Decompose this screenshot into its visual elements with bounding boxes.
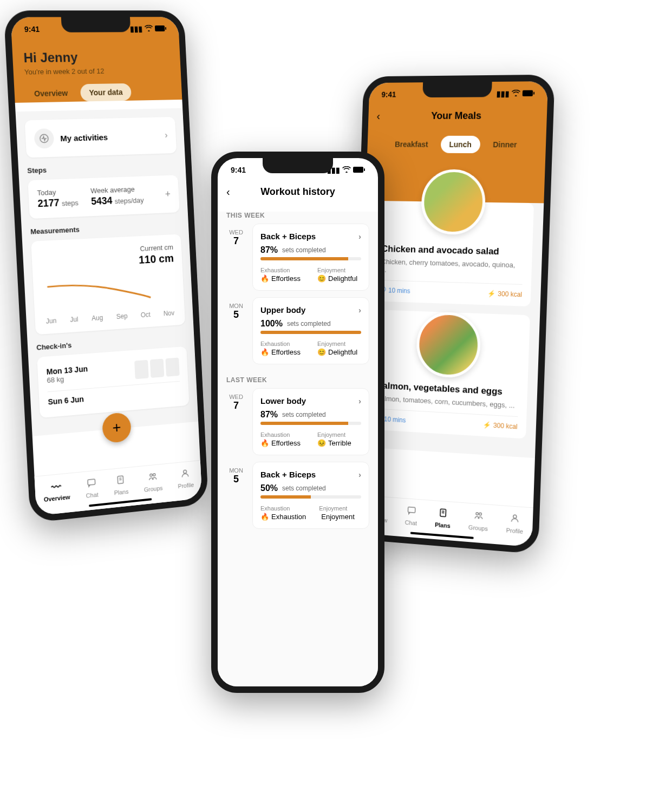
day-number: 7 [226, 400, 246, 411]
enjoyment-value: Terrible [328, 439, 351, 447]
greeting-text: Hi Jenny [23, 49, 170, 66]
plans-icon [116, 474, 126, 488]
chevron-right-icon: › [165, 130, 168, 140]
month-label: Sep [116, 312, 127, 320]
meal-time: 10 mins [388, 286, 410, 294]
checkin-thumb [134, 360, 149, 379]
workout-row: MON 5 Back + Biceps › 50% sets completed… [218, 462, 378, 535]
flame-icon: 🔥 [260, 274, 269, 283]
svg-rect-9 [364, 168, 365, 171]
exhaustion-label: Exhaustion [260, 267, 304, 273]
day-column: MON 5 [226, 297, 246, 364]
progress-bar [260, 257, 361, 260]
nav-label: Profile [506, 527, 523, 535]
bottom-nav: 〰 Overview Chat Plans Groups Profile [35, 460, 203, 516]
back-button[interactable]: ‹ [376, 110, 380, 122]
my-activities-label: My activities [60, 132, 108, 142]
nav-label: Chat [405, 519, 417, 526]
groups-icon [148, 471, 158, 484]
progress-bar [260, 331, 361, 334]
workout-title: Lower body [260, 396, 306, 405]
steps-avg-value: 5434 [91, 195, 113, 207]
nav-chat[interactable]: Chat [405, 505, 418, 526]
meal-time: 10 mins [384, 415, 406, 424]
chevron-right-icon: › [358, 305, 361, 315]
emoji-icon: 😊 [317, 274, 326, 283]
status-icons: ▮▮▮ [130, 24, 167, 33]
tab-lunch[interactable]: Lunch [440, 136, 480, 153]
meal-image [416, 311, 481, 379]
workout-title: Back + Biceps [260, 232, 316, 241]
nav-overview[interactable]: 〰 Overview [43, 480, 70, 502]
enjoyment-value: Delightful [328, 274, 357, 283]
workout-card[interactable]: Upper body › 100% sets completed Exhaust… [252, 297, 369, 364]
plans-icon [438, 507, 448, 520]
add-steps-button[interactable]: + [165, 188, 171, 200]
progress-bar [260, 422, 361, 425]
svg-point-5 [150, 474, 153, 476]
status-time: 9:41 [381, 90, 396, 99]
enjoyment-label: Enjoyment [317, 267, 361, 273]
my-activities-card[interactable]: My activities › [25, 117, 177, 158]
month-label: Jul [70, 316, 79, 324]
bolt-icon: ⚡ [483, 421, 491, 429]
back-button[interactable]: ‹ [226, 186, 230, 198]
nav-profile[interactable]: Profile [177, 468, 194, 489]
steps-avg-label: Week average [90, 185, 143, 195]
nav-plans[interactable]: Plans [113, 474, 129, 495]
exhaustion-label: Exhaustion [260, 340, 304, 347]
nav-groups[interactable]: Groups [468, 509, 488, 532]
tab-dinner[interactable]: Dinner [484, 136, 526, 154]
svg-point-7 [184, 470, 187, 473]
meal-card[interactable]: Chicken and avocado salad Chicken, cherr… [371, 201, 534, 306]
flame-icon: 🔥 [260, 513, 269, 521]
svg-point-17 [479, 513, 481, 515]
tab-breakfast[interactable]: Breakfast [386, 136, 436, 153]
day-of-week: MON [226, 303, 246, 309]
nav-profile[interactable]: Profile [506, 513, 524, 535]
phone-notch [422, 82, 492, 97]
steps-card: Today 2177 steps Week average 5434 steps… [28, 175, 179, 219]
status-icons: ▮▮▮ [327, 166, 365, 174]
svg-point-6 [153, 473, 155, 476]
workout-card[interactable]: Lower body › 87% sets completed Exhausti… [252, 388, 369, 455]
completion-label: sets completed [282, 411, 326, 418]
workout-group-label: THIS WEEK [226, 212, 369, 219]
flame-icon: 🔥 [260, 348, 269, 356]
tab-your-data[interactable]: Your data [80, 83, 132, 102]
svg-rect-1 [165, 27, 166, 30]
svg-rect-14 [408, 507, 415, 513]
overview-icon: 〰 [51, 481, 62, 494]
workout-group-label: LAST WEEK [226, 376, 369, 384]
workout-card[interactable]: Back + Biceps › 87% sets completed Exhau… [252, 224, 369, 291]
svg-rect-10 [523, 90, 533, 96]
day-column: WED 7 [226, 388, 246, 455]
nav-label: Groups [468, 523, 488, 532]
day-number: 5 [226, 309, 246, 320]
meal-kcal: 300 kcal [493, 421, 518, 430]
nav-label: Chat [86, 491, 99, 499]
workout-title: Upper body [260, 305, 305, 315]
workout-card[interactable]: Back + Biceps › 50% sets completed Exhau… [252, 462, 369, 529]
emoji-icon: 😣 [317, 439, 326, 447]
nav-plans[interactable]: Plans [435, 507, 451, 529]
meal-kcal: 300 kcal [498, 290, 522, 298]
tab-overview[interactable]: Overview [25, 84, 77, 102]
nav-chat[interactable]: Chat [85, 477, 99, 499]
exhaustion-value: Exhaustion [271, 513, 306, 521]
completion-pct: 87% [260, 245, 278, 255]
meal-card[interactable]: Salmon, vegetables and eggs Salmon, toma… [367, 310, 530, 439]
steps-today-unit: steps [62, 199, 79, 207]
chat-icon [407, 505, 416, 518]
battery-icon [353, 166, 365, 174]
svg-rect-3 [88, 479, 95, 484]
measurements-section-label: Measurements [30, 221, 180, 236]
enjoyment-label: Enjoyment [317, 431, 361, 438]
enjoyment-value: Delightful [328, 348, 357, 356]
nav-groups[interactable]: Groups [143, 470, 162, 493]
chevron-right-icon: › [358, 396, 361, 405]
exhaustion-label: Exhaustion [260, 431, 304, 438]
week-progress-text: You're in week 2 out of 12 [24, 66, 171, 76]
page-title: Your Meals [431, 110, 482, 122]
day-of-week: WED [226, 229, 246, 235]
